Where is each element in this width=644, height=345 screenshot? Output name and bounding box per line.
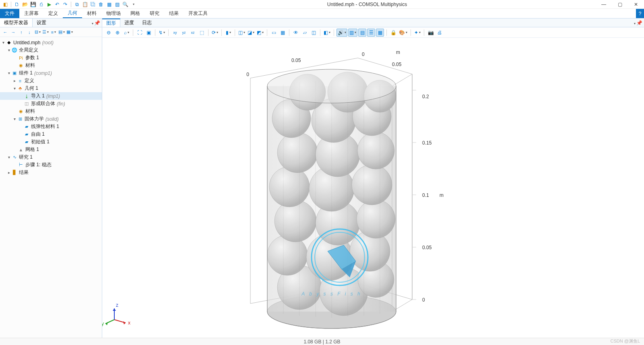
grid-icon[interactable]: ▥ (348, 29, 357, 37)
pin-icon[interactable]: 📌 (636, 20, 642, 26)
zoom-in-icon[interactable]: ⊕ (114, 29, 122, 37)
ungroup-icon[interactable]: ▨ (114, 1, 121, 8)
nav-forward-icon[interactable]: → (10, 29, 17, 36)
app-icon[interactable]: ◧ (2, 1, 9, 8)
menu-materials[interactable]: 材料 (82, 9, 101, 18)
help-button[interactable]: ? (636, 9, 644, 18)
zoom-out-icon[interactable]: ⊖ (105, 29, 113, 37)
nav-down-icon[interactable]: ↓ (26, 29, 33, 36)
qat-overflow[interactable] (130, 1, 137, 8)
title-toggle-icon[interactable]: ▦ (376, 29, 384, 37)
show-icon[interactable]: ≡ (50, 29, 57, 36)
view-yz-icon[interactable]: yz (180, 29, 188, 37)
camera-icon[interactable]: 📷 (427, 29, 435, 37)
menu-geometry[interactable]: 几何 (63, 9, 82, 18)
tree-global-materials[interactable]: ◉材料 (0, 62, 102, 69)
menu-study[interactable]: 研究 (145, 9, 164, 18)
expand-icon[interactable]: ☰ (42, 29, 49, 36)
model-tree[interactable]: ▾◆Untitled.mph(root) ▾🌐全局定义 Pi参数 1 ◉材料 ▾… (0, 37, 102, 338)
print-icon[interactable]: 🖨 (436, 29, 444, 37)
target-icon[interactable]: ✦ (413, 29, 421, 37)
tree-linear-elastic[interactable]: ▰线弹性材料 1 (0, 123, 102, 130)
maximize-button[interactable]: ▢ (612, 0, 628, 9)
panel-menu-icon[interactable] (91, 20, 93, 26)
tree-comp-materials[interactable]: ◉材料 (0, 107, 102, 115)
new-icon[interactable]: 🗋 (13, 1, 21, 8)
copy-icon[interactable]: ⧉ (73, 1, 80, 8)
tree-global-definitions[interactable]: ▾🌐全局定义 (0, 46, 102, 54)
select-edge-icon[interactable]: ◪ (247, 29, 255, 37)
scene-light-icon[interactable]: 🔊 (336, 29, 347, 37)
tree-study[interactable]: ▾∿研究 1 (0, 153, 102, 161)
tree-definitions[interactable]: ▸≡定义 (0, 77, 102, 85)
view-xy-icon[interactable]: xy (171, 29, 179, 37)
select-point-icon[interactable]: ◩ (256, 29, 264, 37)
tree-mesh[interactable]: ▲网格 1 (0, 146, 102, 153)
duplicate-icon[interactable]: ⿻ (89, 1, 97, 8)
tree-parameters[interactable]: Pi参数 1 (0, 54, 102, 62)
menu-home[interactable]: 主屏幕 (19, 9, 43, 18)
redo-icon[interactable]: ↷ (62, 1, 69, 8)
delete-icon[interactable]: 🗑 (97, 1, 105, 8)
search-icon[interactable]: 🔍 (122, 1, 129, 8)
viewport-3d[interactable]: A b y s s F i s h m m 0 0.05 0 0.05 0 0.… (102, 38, 644, 338)
tab-log[interactable]: 日志 (138, 19, 156, 27)
select-boundary-icon[interactable]: ◫ (237, 29, 246, 37)
tree-initial-values[interactable]: ▰初始值 1 (0, 138, 102, 146)
undo-icon[interactable]: ↶ (54, 1, 61, 8)
open-icon[interactable]: 📂 (21, 1, 29, 8)
select-all-icon[interactable]: ▦ (279, 29, 287, 37)
paste-icon[interactable]: 📋 (81, 1, 89, 8)
axes-icon[interactable]: ▤ (358, 29, 366, 37)
select-domain-icon[interactable]: ▮ (224, 29, 232, 37)
wireframe-icon[interactable]: ▱ (301, 29, 309, 37)
select-box-icon[interactable]: ▭ (270, 29, 278, 37)
zoom-box-icon[interactable]: ⌕ (122, 29, 130, 37)
panel-menu-icon[interactable] (633, 20, 636, 26)
color-icon[interactable]: 🎨 (398, 29, 408, 37)
run-icon[interactable]: ▶ (45, 1, 53, 8)
collapse-icon[interactable]: ⊟ (34, 29, 41, 36)
tab-settings[interactable]: 设置 (33, 19, 50, 27)
close-button[interactable]: ✕ (628, 0, 644, 9)
minimize-button[interactable]: — (596, 0, 612, 9)
save-icon[interactable]: 💾 (29, 1, 37, 8)
view-default-icon[interactable]: ↯ (158, 29, 166, 37)
menu-results[interactable]: 结果 (164, 9, 184, 18)
transparency-icon[interactable]: ◫ (310, 29, 318, 37)
nav-back-icon[interactable]: ← (2, 29, 9, 36)
tree-geometry[interactable]: ▾⬘几何 1 (0, 85, 102, 92)
tree-import[interactable]: ⭳导入 1(imp1) (0, 92, 102, 100)
menu-developer[interactable]: 开发工具 (184, 9, 213, 18)
pin-icon[interactable]: 📌 (94, 20, 100, 26)
tree-free[interactable]: ▰自由 1 (0, 130, 102, 138)
lock-icon[interactable]: 🔒 (389, 29, 397, 37)
rotate-icon[interactable]: ⟳ (211, 29, 219, 37)
menu-mesh[interactable]: 网格 (126, 9, 145, 18)
legend-icon[interactable]: ☰ (367, 29, 375, 37)
tree-solid-mechanics[interactable]: ▾⊞固体力学(solid) (0, 115, 102, 123)
view-ortho-icon[interactable]: ⬚ (198, 29, 206, 37)
save-as-icon[interactable]: ⎙ (37, 1, 45, 8)
tree-component[interactable]: ▾▣组件 1(comp1) (0, 69, 102, 77)
zoom-selected-icon[interactable]: ▣ (144, 29, 153, 37)
more-icon[interactable]: ▦ (66, 29, 73, 36)
menu-definitions[interactable]: 定义 (43, 9, 63, 18)
tree-results[interactable]: ▸▊结果 (0, 169, 102, 176)
tab-progress[interactable]: 进度 (120, 19, 138, 27)
tree-study-step[interactable]: ⊢步骤 1: 稳态 (0, 161, 102, 169)
graphics-canvas[interactable]: A b y s s F i s h m m 0 0.05 0 0.05 0 0.… (102, 38, 644, 338)
tree-form-union[interactable]: ◫形成联合体(fin) (0, 100, 102, 107)
hide-icon[interactable]: 👁 (292, 29, 300, 37)
filter-icon[interactable]: ▤ (58, 29, 65, 36)
group-icon[interactable]: ▦ (105, 1, 113, 8)
zoom-extents-icon[interactable]: ⛶ (136, 29, 144, 37)
tab-model-builder[interactable]: 模型开发器 (0, 19, 33, 27)
nav-up-icon[interactable]: ↑ (18, 29, 25, 36)
view-xz-icon[interactable]: xz (189, 29, 197, 37)
tree-root[interactable]: ▾◆Untitled.mph(root) (0, 39, 102, 46)
render-icon[interactable]: ◧ (323, 29, 331, 37)
menu-physics[interactable]: 物理场 (101, 9, 126, 18)
menu-file[interactable]: 文件 (0, 9, 19, 18)
tab-graphics[interactable]: 图形 (102, 19, 120, 27)
